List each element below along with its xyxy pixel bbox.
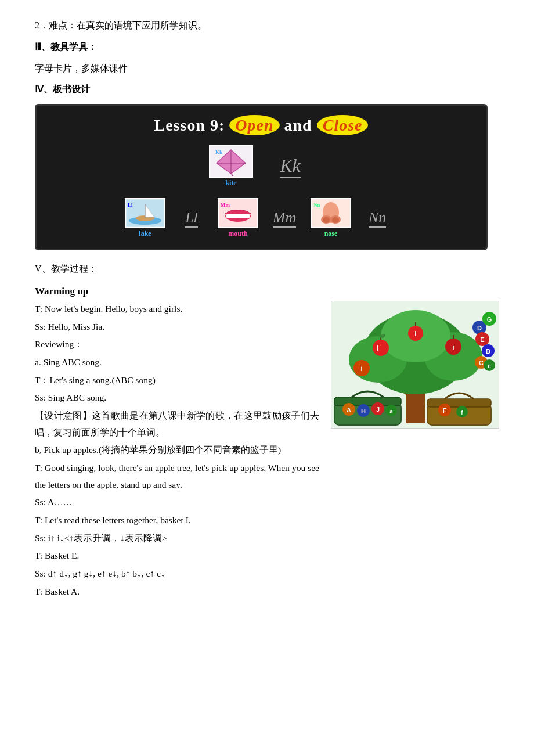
difficulty-text: 2．难点：在真实的语境下应用所学知识。 (35, 17, 499, 34)
ll-letters: Ll (185, 209, 198, 228)
difficulty-content: 2．难点：在真实的语境下应用所学知识。 (35, 20, 207, 30)
nn-letters: Nn (369, 209, 386, 228)
line-3: a. Sing ABC song. (35, 354, 319, 371)
svg-text:Ll: Ll (128, 202, 133, 208)
process-label: V、教学过程： (35, 264, 98, 273)
mm-letters: Mm (273, 209, 296, 228)
svg-text:Nn: Nn (313, 202, 320, 208)
nose-svg: Nn (312, 200, 349, 226)
board-row1: Kk kite Kk (48, 145, 474, 188)
ll-letters-display: Ll (171, 203, 212, 233)
lesson-open: Open (229, 115, 279, 135)
mouth-label: mouth (228, 229, 247, 238)
line-2: Reviewing： (35, 336, 319, 353)
svg-text:D: D (477, 325, 482, 332)
text-column: T: Now let's begin. Hello, boys and girl… (35, 301, 319, 601)
line-12: T: Basket E. (35, 548, 319, 564)
svg-text:E: E (480, 336, 484, 343)
teaching-tools-section: Ⅲ、教具学具： (35, 39, 499, 56)
apple-tree-svg: I i i D G E B C e (331, 301, 499, 429)
svg-text:e: e (488, 363, 491, 369)
board-title: Lesson 9: Open and Close (48, 116, 474, 135)
board-row2: Ll lake Ll Mm (48, 198, 474, 238)
teaching-tools-content-line: 字母卡片，多媒体课件 (35, 60, 499, 77)
nn-letters-display: Nn (357, 203, 398, 233)
blackboard: Lesson 9: Open and Close Kk kite (35, 104, 488, 250)
svg-text:i: i (414, 330, 416, 338)
svg-text:F: F (443, 407, 447, 414)
svg-text:a: a (389, 408, 393, 415)
svg-text:C: C (479, 359, 484, 366)
line-13: Ss: d↑ d↓, g↑ g↓, e↑ e↓, b↑ b↓, c↑ c↓ (35, 566, 319, 582)
nose-image: Nn (311, 198, 351, 228)
svg-point-19 (332, 217, 339, 223)
kk-card: Kk kite (209, 145, 253, 188)
lake-svg: Ll (127, 200, 164, 226)
line-5: Ss: Sing ABC song. (35, 390, 319, 406)
nn-card: Nn nose (311, 198, 351, 238)
board-design-label: Ⅳ、板书设计 (35, 81, 499, 98)
svg-text:J: J (376, 406, 380, 413)
lake-image: Ll (125, 198, 165, 228)
mm-letters-display: Mm (264, 203, 305, 233)
line-4: T：Let's sing a song.(ABC song) (35, 372, 319, 389)
line-8: T: Good singing, look, there's an apple … (35, 460, 319, 493)
teaching-tools-label: Ⅲ、教具学具： (35, 42, 97, 52)
svg-rect-63 (427, 399, 491, 407)
kk-letters-display: Kk (267, 149, 313, 184)
teaching-tools-content: 字母卡片，多媒体课件 (35, 63, 128, 73)
line-9: Ss: A…… (35, 494, 319, 511)
ll-card: Ll lake (125, 198, 165, 238)
svg-text:Mm: Mm (221, 202, 230, 208)
bottom-area: T: Now let's begin. Hello, boys and girl… (35, 301, 499, 601)
svg-text:I: I (377, 344, 378, 352)
kk-letters: Kk (280, 155, 301, 178)
line-10: T: Let's read these letters together, ba… (35, 512, 319, 529)
apple-tree-image: I i i D G E B C e (331, 301, 499, 429)
board-design-text: Ⅳ、板书设计 (35, 84, 90, 94)
mm-card: Mm mouth (218, 198, 258, 238)
mouth-image: Mm (218, 198, 258, 228)
mouth-svg: Mm (219, 200, 257, 226)
svg-text:i: i (360, 364, 363, 373)
line-1: Ss: Hello, Miss Jia. (35, 319, 319, 336)
svg-text:G: G (487, 316, 492, 323)
svg-text:H: H (361, 408, 366, 415)
kite-label: kite (225, 179, 236, 188)
svg-text:A: A (347, 406, 351, 413)
lesson-pre: Lesson 9: (154, 116, 230, 134)
line-6: 【设计意图】这首歌曲是在第八课中新学的歌，在这里鼓励孩子们去唱，复习前面所学的十… (35, 408, 319, 441)
image-column: I i i D G E B C e (331, 301, 499, 429)
kite-image: Kk (209, 145, 253, 178)
line-11: Ss: i↑ i↓<↑表示升调，↓表示降调> (35, 530, 319, 547)
svg-text:B: B (486, 348, 490, 355)
line-0: T: Now let's begin. Hello, boys and girl… (35, 301, 319, 318)
svg-point-18 (323, 217, 330, 223)
svg-text:i: i (452, 344, 454, 351)
process-label-line: V、教学过程： (35, 261, 499, 278)
svg-rect-12 (226, 214, 250, 218)
svg-point-30 (373, 340, 389, 356)
warming-up-title: Warming up (35, 286, 499, 297)
svg-rect-53 (334, 397, 401, 406)
line-7: b, Pick up apples.(将摘的苹果分别放到四个不同音素的篮子里) (35, 442, 319, 459)
warming-up-text: Warming up (35, 286, 88, 297)
lesson-and: and (280, 116, 317, 134)
lake-label: lake (139, 229, 151, 238)
nose-label: nose (324, 229, 338, 238)
svg-text:Kk: Kk (215, 149, 222, 155)
lesson-close: Close (317, 115, 369, 135)
line-14: T: Basket A. (35, 584, 319, 600)
kite-svg: Kk (214, 147, 248, 176)
